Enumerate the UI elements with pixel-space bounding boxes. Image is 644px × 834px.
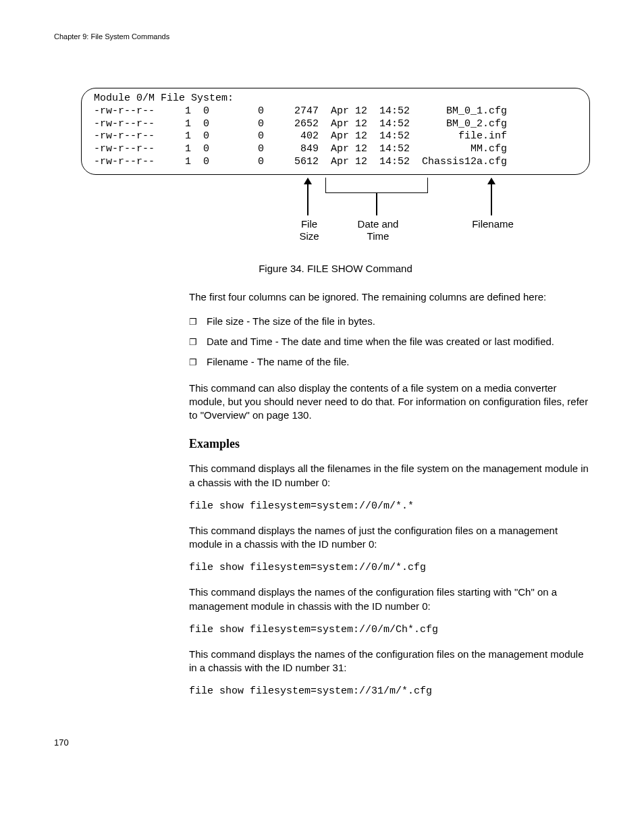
figure-block: Module 0/M File System: -rw-r--r-- 1 0 0…	[81, 88, 590, 274]
example-intro: This command displays the names of the c…	[189, 648, 590, 675]
example-intro: This command displays all the filenames …	[189, 462, 590, 490]
list-item: ❐ Filename - The name of the file.	[189, 355, 590, 369]
example-command: file show filesystem=system://0/m/*.cfg	[189, 562, 590, 573]
example-command: file show filesystem=system://31/m/*.cfg	[189, 685, 590, 697]
example-intro: This command displays the names of the c…	[189, 585, 590, 613]
example-intro: This command displays the names of just …	[189, 524, 590, 552]
list-item: ❐ Date and Time - The date and time when…	[189, 335, 590, 348]
body-content: The first four columns can be ignored. T…	[189, 290, 590, 698]
example-command: file show filesystem=system://0/m/Ch*.cf…	[189, 624, 590, 635]
bullet-icon: ❐	[189, 315, 207, 328]
annotation-datetime: Date and Time	[351, 218, 405, 244]
also-paragraph: This command can also display the conten…	[189, 382, 590, 423]
example-command: file show filesystem=system://0/m/*.*	[189, 500, 590, 512]
column-definition-list: ❐ File size - The size of the file in by…	[189, 315, 590, 369]
figure-caption: Figure 34. FILE SHOW Command	[81, 263, 590, 274]
annotation-filesize: File Size	[289, 218, 329, 244]
figure-annotations: File Size Date and Time Filename	[81, 176, 590, 257]
bullet-icon: ❐	[189, 335, 207, 348]
page-number: 170	[54, 737, 590, 748]
list-item: ❐ File size - The size of the file in by…	[189, 315, 590, 328]
bullet-icon: ❐	[189, 355, 207, 369]
annotation-filename: Filename	[466, 218, 520, 231]
terminal-output: Module 0/M File System: -rw-r--r-- 1 0 0…	[81, 88, 590, 175]
intro-paragraph: The first four columns can be ignored. T…	[189, 290, 590, 304]
chapter-header: Chapter 9: File System Commands	[54, 32, 590, 41]
examples-heading: Examples	[189, 437, 590, 451]
